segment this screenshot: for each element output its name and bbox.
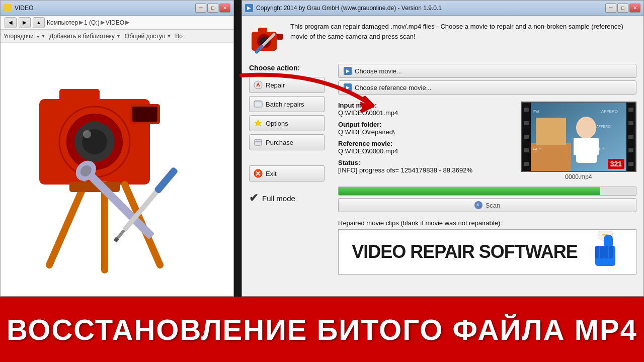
choose-movie-button[interactable]: ▶ Choose movie... <box>338 64 636 78</box>
svg-rect-30 <box>254 101 262 107</box>
thumbnail-section: Pet AFPERO i●Pet i●Pet AFPERO <box>521 102 636 180</box>
svg-rect-18 <box>153 166 178 194</box>
toolbar-organize[interactable]: Упорядочить ▼ <box>4 33 45 40</box>
svg-rect-57 <box>609 246 613 258</box>
maximize-button[interactable]: □ <box>207 4 218 13</box>
film-strip-right <box>626 103 635 171</box>
reference-movie-label: Reference movie: <box>338 140 516 147</box>
svg-rect-25 <box>277 34 283 40</box>
explorer-titlebar: VIDEO ─ □ ✕ <box>1 1 233 16</box>
output-folder-label: Output folder: <box>338 121 516 128</box>
svg-rect-26 <box>258 28 267 33</box>
thumbnail-container: Pet AFPERO i●Pet i●Pet AFPERO <box>521 102 636 172</box>
toolbar-share[interactable]: Общий доступ ▼ <box>125 33 172 40</box>
file-info-grid: Input movie: Q:\VIDEO\0001.mp4 Output fo… <box>338 102 636 180</box>
output-folder-value: Q:\VIDEO\repaired\ <box>338 128 516 136</box>
progress-section: 🔍 Scan <box>338 187 636 212</box>
thumbs-up-icon <box>588 231 623 273</box>
app-body: This program can repair damaged .mov/.mp… <box>242 16 643 296</box>
choose-movie-icon: ▶ <box>344 67 352 75</box>
input-movie-row: Input movie: Q:\VIDEO\0001.mp4 <box>338 102 516 117</box>
reference-movie-value: Q:\VIDEO\0000.mp4 <box>338 147 516 155</box>
buttons-column: Choose action: Repair Batch repairs <box>249 64 332 292</box>
svg-text:AFPERO: AFPERO <box>601 109 618 114</box>
svg-text:AFPERO: AFPERO <box>596 125 611 128</box>
close-button[interactable]: ✕ <box>219 4 230 13</box>
folder-icon <box>4 4 12 12</box>
purchase-button[interactable]: Purchase <box>249 134 325 150</box>
repaired-box: VIDEO REPAIR SOFTWARE <box>338 229 636 275</box>
status-label: Status: <box>338 159 516 166</box>
choose-reference-icon: ▶ <box>344 83 352 92</box>
svg-text:i●Pet: i●Pet <box>596 147 604 151</box>
app-window-controls: ─ □ ✕ <box>605 4 640 13</box>
explorer-toolbar: Упорядочить ▼ Добавить в библиотеку ▼ Об… <box>1 30 233 43</box>
svg-rect-31 <box>255 100 261 101</box>
input-movie-value: Q:\VIDEO\0001.mp4 <box>338 109 516 117</box>
options-button[interactable]: Options <box>249 115 325 131</box>
toolbar-more[interactable]: Во <box>175 33 183 40</box>
svg-rect-42 <box>594 138 599 155</box>
svg-rect-56 <box>604 246 608 258</box>
app-close-button[interactable]: ✕ <box>629 4 640 13</box>
svg-point-5 <box>83 130 91 138</box>
choose-reference-button[interactable]: ▶ Choose reference movie... <box>338 80 636 95</box>
status-value: [INFO] progress ofs= 1254179838 - 88.369… <box>338 166 516 174</box>
window-controls: ─ □ ✕ <box>195 4 230 13</box>
up-button[interactable]: ▲ <box>33 17 45 28</box>
app-window: ▶ Copyright 2014 by Grau GmbH (www.grauo… <box>242 0 644 297</box>
scan-button[interactable]: 🔍 Scan <box>338 198 636 212</box>
svg-rect-8 <box>59 89 100 102</box>
bottom-banner-text: ВОССТАНОВЛЕНИЕ БИТОГО ФАЙЛА MP4 <box>7 313 637 346</box>
app-main: Choose action: Repair Batch repairs <box>249 64 636 292</box>
app-description: This program can repair damaged .mov/.mp… <box>290 22 636 53</box>
address-bar: ◀ ▶ ▲ Компьютер ▶ 1 (Q:) ▶ VIDEO ▶ <box>1 16 233 30</box>
media-badge: 321 <box>608 159 624 169</box>
svg-text:Pet: Pet <box>533 109 540 114</box>
repair-software-text: VIDEO REPAIR SOFTWARE <box>352 241 577 262</box>
options-icon <box>254 119 263 128</box>
full-mode-check: ✔ <box>249 192 258 205</box>
explorer-title: VIDEO <box>15 5 195 12</box>
progress-bar-container <box>338 187 636 196</box>
app-maximize-button[interactable]: □ <box>617 4 628 13</box>
explorer-window: VIDEO ─ □ ✕ ◀ ▶ ▲ Компьютер ▶ 1 (Q:) ▶ V… <box>0 0 234 297</box>
app-minimize-button[interactable]: ─ <box>605 4 616 13</box>
path-folder: VIDEO <box>106 19 124 26</box>
explorer-content <box>1 43 233 296</box>
repair-button[interactable]: Repair <box>249 77 325 93</box>
svg-point-29 <box>254 81 262 89</box>
exit-button[interactable]: Exit <box>249 165 325 182</box>
svg-line-9 <box>49 185 85 265</box>
output-folder-row: Output folder: Q:\VIDEO\repaired\ <box>338 121 516 136</box>
batch-repairs-button[interactable]: Batch repairs <box>249 96 325 112</box>
bottom-banner: ВОССТАНОВЛЕНИЕ БИТОГО ФАЙЛА MP4 <box>0 297 644 362</box>
thumbnail-label: 0000.mp4 <box>521 173 636 180</box>
svg-rect-54 <box>595 246 599 258</box>
svg-rect-7 <box>132 107 157 122</box>
back-button[interactable]: ◀ <box>5 17 17 28</box>
repair-icon <box>254 80 263 89</box>
app-title: Copyright 2014 by Grau GmbH (www.grauonl… <box>256 5 605 12</box>
forward-button[interactable]: ▶ <box>19 17 31 28</box>
app-logo <box>249 22 284 59</box>
input-movie-label: Input movie: <box>338 102 516 109</box>
toolbar-add-library[interactable]: Добавить в библиотеку ▼ <box>49 33 120 40</box>
svg-rect-41 <box>574 138 579 155</box>
repaired-label: Repaired movie clips (blank if movie was… <box>338 219 636 227</box>
address-path: Компьютер ▶ 1 (Q:) ▶ VIDEO ▶ <box>47 19 129 26</box>
repaired-section: Repaired movie clips (blank if movie was… <box>338 219 636 275</box>
svg-rect-32 <box>255 139 262 145</box>
minimize-button[interactable]: ─ <box>195 4 206 13</box>
full-mode-label: Full mode <box>262 194 295 203</box>
svg-text:i●Pet: i●Pet <box>533 147 541 151</box>
progress-bar-fill <box>339 187 600 195</box>
purchase-icon <box>254 138 263 147</box>
svg-point-39 <box>576 117 596 139</box>
path-drive: 1 (Q:) <box>84 19 100 26</box>
film-strip-left <box>522 103 531 171</box>
file-info-left: Input movie: Q:\VIDEO\0001.mp4 Output fo… <box>338 102 516 180</box>
choose-action-label: Choose action: <box>249 64 332 72</box>
description-row: This program can repair damaged .mov/.mp… <box>249 22 636 59</box>
svg-rect-55 <box>600 246 604 258</box>
